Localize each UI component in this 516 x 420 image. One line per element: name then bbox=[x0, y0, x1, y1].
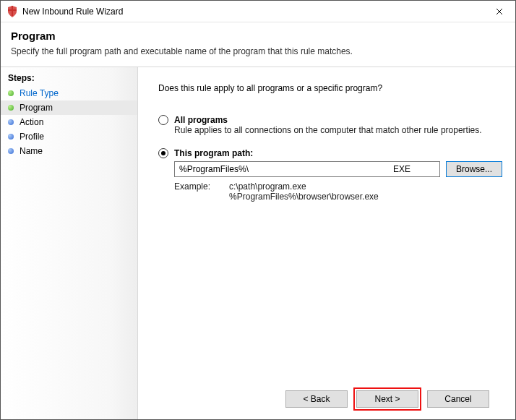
page-subtitle: Specify the full program path and execut… bbox=[11, 46, 505, 56]
bullet-icon bbox=[8, 134, 14, 140]
radio-program-path[interactable] bbox=[158, 148, 168, 158]
page-title: Program bbox=[11, 30, 505, 42]
step-program[interactable]: Program bbox=[1, 100, 137, 115]
option-label: All programs bbox=[174, 115, 228, 125]
path-value: %ProgramFiles%\ bbox=[179, 164, 249, 174]
cancel-button[interactable]: Cancel bbox=[427, 390, 489, 408]
step-label: Profile bbox=[20, 132, 44, 142]
page-header: Program Specify the full program path an… bbox=[1, 22, 515, 67]
step-label: Program bbox=[20, 103, 53, 113]
close-icon bbox=[496, 8, 503, 15]
step-label: Rule Type bbox=[20, 88, 59, 98]
bullet-icon bbox=[8, 148, 14, 154]
step-action[interactable]: Action bbox=[1, 115, 137, 129]
body: Steps: Rule Type Program Action Profile … bbox=[1, 67, 515, 419]
path-ext-hint: EXE bbox=[393, 164, 435, 174]
content-pane: Does this rule apply to all programs or … bbox=[138, 67, 515, 419]
step-profile[interactable]: Profile bbox=[1, 129, 137, 144]
program-path-input[interactable]: %ProgramFiles%\ EXE bbox=[174, 161, 440, 177]
step-label: Action bbox=[20, 117, 43, 127]
bullet-icon bbox=[8, 119, 14, 125]
close-button[interactable] bbox=[483, 1, 515, 22]
footer-buttons: < Back Next > Cancel bbox=[158, 379, 502, 419]
window-title: New Inbound Rule Wizard bbox=[22, 7, 123, 17]
bullet-icon bbox=[8, 105, 14, 111]
step-label: Name bbox=[20, 146, 43, 156]
question-text: Does this rule apply to all programs or … bbox=[158, 83, 502, 93]
steps-heading: Steps: bbox=[1, 72, 137, 86]
example-block: Example: c:\path\program.exe %ProgramFil… bbox=[174, 181, 502, 202]
option-program-path: This program path: %ProgramFiles%\ EXE B… bbox=[158, 148, 502, 202]
next-button[interactable]: Next > bbox=[356, 390, 418, 408]
svg-rect-1 bbox=[12, 6, 13, 16]
option-desc: Rule applies to all connections on the c… bbox=[174, 125, 502, 135]
bullet-icon bbox=[8, 90, 14, 96]
radio-all-programs[interactable] bbox=[158, 115, 168, 125]
wizard-window: New Inbound Rule Wizard Program Specify … bbox=[0, 0, 516, 420]
browse-button[interactable]: Browse... bbox=[446, 161, 502, 177]
firewall-icon bbox=[7, 6, 18, 17]
option-label: This program path: bbox=[174, 148, 253, 158]
example-paths: c:\path\program.exe %ProgramFiles%\brows… bbox=[229, 181, 379, 202]
back-button[interactable]: < Back bbox=[285, 390, 348, 408]
step-name[interactable]: Name bbox=[1, 144, 137, 158]
example-label: Example: bbox=[174, 181, 210, 202]
titlebar: New Inbound Rule Wizard bbox=[1, 1, 515, 22]
steps-sidebar: Steps: Rule Type Program Action Profile … bbox=[1, 67, 138, 419]
option-all-programs: All programs Rule applies to all connect… bbox=[158, 115, 502, 135]
step-rule-type[interactable]: Rule Type bbox=[1, 86, 137, 100]
next-highlight: Next > bbox=[353, 387, 421, 411]
